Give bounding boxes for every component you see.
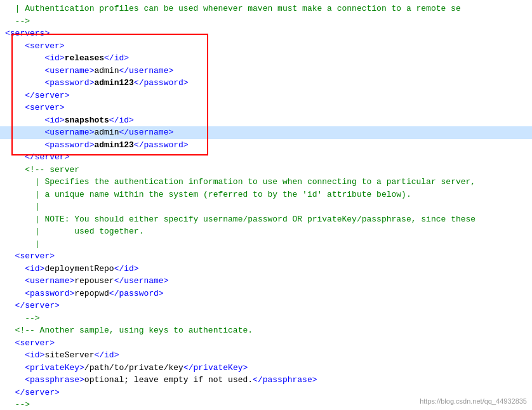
code-line: <!-- Another sample, using keys to authe… [0, 324, 532, 337]
code-line: <server> [0, 102, 532, 114]
code-line: </server> [0, 89, 532, 102]
code-line: --> [0, 15, 532, 28]
code-editor: | Authentication profiles can be used wh… [0, 0, 532, 410]
code-line: <passphrase>optional; leave empty if not… [0, 374, 532, 387]
code-line: | NOTE: You should either specify userna… [0, 213, 532, 226]
code-line: </server> [0, 300, 532, 312]
code-line: <username>repouser</username> [0, 275, 532, 288]
code-line: <username>admin</username> [0, 126, 532, 139]
code-line: <!-- server [0, 164, 532, 176]
code-line: | [0, 238, 532, 251]
code-line: <password>repopwd</password> [0, 288, 532, 300]
code-line: | Specifies the authentication informati… [0, 176, 532, 188]
code-line: | a unique name within the system (refer… [0, 188, 532, 201]
code-line: <id>releases</id> [0, 52, 532, 65]
code-line: <privateKey>/path/to/private/key</privat… [0, 362, 532, 374]
code-line: <password>admin123</password> [0, 139, 532, 152]
code-line: <id>siteServer</id> [0, 349, 532, 362]
code-line: <id>snapshots</id> [0, 114, 532, 127]
code-line: <servers> [0, 27, 532, 40]
code-line: | [0, 201, 532, 213]
code-line: --> [0, 312, 532, 325]
code-line: <server> [0, 337, 532, 350]
code-line: <server> [0, 40, 532, 53]
code-line: </server> [0, 151, 532, 164]
code-line: <server> [0, 250, 532, 263]
watermark: https://blog.csdn.net/qq_44932835 [420, 396, 527, 407]
code-line: <password>admin123</password> [0, 77, 532, 89]
code-line: <username>admin</username> [0, 65, 532, 77]
code-line: | used together. [0, 225, 532, 238]
code-line: | Authentication profiles can be used wh… [0, 3, 532, 15]
code-line: <id>deploymentRepo</id> [0, 263, 532, 275]
